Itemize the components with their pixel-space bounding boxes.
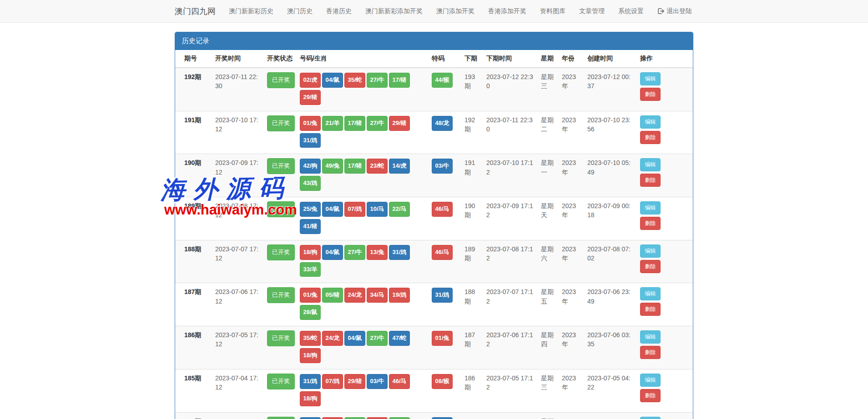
cell-next-period: 193期 [461, 68, 483, 111]
number-chips: 42/狗49/兔17/猪23/蛇14/虎43/鸡 [300, 158, 424, 193]
number-chip: 27/牛 [367, 116, 388, 131]
delete-button[interactable]: 删除 [640, 303, 661, 316]
column-header: 特码 [428, 50, 461, 68]
history-panel: 历史记录 期号开奖时间开奖状态号码/生肖特码下期下期时间星期年份创建时间操作 1… [175, 32, 693, 419]
cell-numbers: 35/蛇24/龙04/鼠27/牛47/蛇18/狗 [296, 326, 428, 369]
number-chip: 14/虎 [389, 159, 410, 174]
cell-created: 2023-07-08 07:02 [584, 240, 636, 283]
cell-next-time: 2023-07-06 17:12 [483, 326, 537, 369]
number-chip: 29/猪 [344, 374, 365, 389]
cell-next-period: 191期 [461, 154, 483, 197]
edit-button[interactable]: 编辑 [640, 72, 661, 85]
column-header: 期号 [175, 50, 212, 68]
number-chip: 25/兔 [300, 417, 321, 419]
column-header: 下期 [461, 50, 483, 68]
nav-item-4[interactable]: 澳门添加开奖 [429, 0, 481, 22]
cell-special: 46/马 [428, 240, 461, 283]
number-chip: 17/猪 [344, 116, 365, 131]
number-chip: 41/猪 [300, 219, 321, 234]
special-number-chip: 08/猴 [432, 374, 453, 389]
number-chip: 27/牛 [367, 73, 388, 88]
cell-next-time: 2023-07-05 17:12 [483, 369, 537, 412]
cell-status: 已开奖 [263, 283, 296, 326]
edit-button[interactable]: 编辑 [640, 417, 661, 419]
number-chip: 24/龙 [322, 331, 343, 346]
cell-year: 2023年 [558, 197, 584, 240]
logout-link[interactable]: 退出登陆 [651, 0, 699, 22]
delete-button[interactable]: 删除 [640, 217, 661, 230]
special-number-chip: 46/马 [432, 245, 453, 260]
cell-actions: 编辑删除 [636, 197, 693, 240]
cell-year: 2023年 [558, 369, 584, 412]
cell-period: 191期 [175, 111, 212, 154]
number-chip: 05/猪 [322, 288, 343, 303]
number-chip: 31/鸡 [389, 245, 410, 260]
panel-title: 历史记录 [175, 32, 693, 50]
cell-draw-time: 2023-07-09 17:12 [212, 154, 263, 197]
nav-item-1[interactable]: 澳门历史 [280, 0, 319, 22]
nav-item-0[interactable]: 澳门新新彩历史 [222, 0, 280, 22]
status-badge: 已开奖 [267, 374, 295, 389]
number-chip: 19/鸡 [367, 417, 388, 419]
cell-special: 36/龙 [428, 412, 461, 419]
cell-weekday: 星期六 [537, 240, 558, 283]
special-number-chip: 44/猴 [432, 73, 453, 88]
table-row: 191期2023-07-10 17:12已开奖01/兔21/羊17/猪27/牛2… [175, 111, 693, 154]
navbar-container: 澳门四九网 澳门新新彩历史澳门历史香港历史澳门新新彩添加开奖澳门添加开奖香港添加… [168, 0, 700, 22]
delete-button[interactable]: 删除 [640, 389, 661, 402]
special-number-chip: 01/兔 [432, 331, 453, 346]
delete-button[interactable]: 删除 [640, 131, 661, 144]
column-header: 操作 [636, 50, 693, 68]
nav-item-5[interactable]: 香港添加开奖 [481, 0, 533, 22]
number-chip: 33/羊 [300, 262, 321, 277]
cell-period: 189期 [175, 197, 212, 240]
nav-item-2[interactable]: 香港历史 [319, 0, 358, 22]
cell-draw-time: 2023-07-11 22:30 [212, 68, 263, 111]
number-chip: 03/牛 [367, 374, 388, 389]
nav-item-7[interactable]: 文章管理 [572, 0, 611, 22]
cell-period: 184期 [175, 412, 212, 419]
cell-draw-time: 2023-07-05 17:12 [212, 326, 263, 369]
cell-status: 已开奖 [263, 326, 296, 369]
cell-draw-time: 2023-07-03 17:12 [212, 412, 263, 419]
number-chips: 35/蛇24/龙04/鼠27/牛47/蛇18/狗 [300, 330, 424, 365]
delete-button[interactable]: 删除 [640, 174, 661, 187]
number-chips: 18/狗04/鼠27/牛13/兔31/鸡33/羊 [300, 244, 424, 279]
cell-next-period: 187期 [461, 326, 483, 369]
nav-item-8[interactable]: 系统设置 [611, 0, 651, 22]
cell-next-time: 2023-07-10 17:12 [483, 154, 537, 197]
cell-period: 185期 [175, 369, 212, 412]
cell-next-period: 192期 [461, 111, 483, 154]
nav-item-3[interactable]: 澳门新新彩添加开奖 [358, 0, 429, 22]
edit-button[interactable]: 编辑 [640, 330, 661, 344]
cell-draw-time: 2023-07-07 17:12 [212, 240, 263, 283]
edit-button[interactable]: 编辑 [640, 158, 661, 171]
edit-button[interactable]: 编辑 [640, 115, 661, 129]
delete-button[interactable]: 删除 [640, 260, 661, 273]
column-header: 开奖时间 [212, 50, 263, 68]
edit-button[interactable]: 编辑 [640, 374, 661, 387]
edit-button[interactable]: 编辑 [640, 244, 661, 258]
cell-actions: 编辑删除 [636, 283, 693, 326]
nav-item-6[interactable]: 资料图库 [533, 0, 572, 22]
number-chip: 47/蛇 [389, 331, 410, 346]
cell-numbers: 18/狗04/鼠27/牛13/兔31/鸡33/羊 [296, 240, 428, 283]
edit-button[interactable]: 编辑 [640, 287, 661, 300]
table-row: 192期2023-07-11 22:30已开奖02/虎04/鼠35/蛇27/牛1… [175, 68, 693, 111]
table-row: 185期2023-07-04 17:12已开奖31/鸡07/鸡29/猪03/牛4… [175, 369, 693, 412]
cell-next-period: 185期 [461, 412, 483, 419]
brand-link[interactable]: 澳门四九网 [175, 6, 216, 17]
cell-status: 已开奖 [263, 412, 296, 419]
cell-period: 187期 [175, 283, 212, 326]
number-chip: 25/兔 [300, 202, 321, 217]
cell-special: 08/猴 [428, 369, 461, 412]
cell-created: 2023-07-09 00:18 [584, 197, 636, 240]
cell-next-time: 2023-07-04 17:12 [483, 412, 537, 419]
delete-button[interactable]: 删除 [640, 346, 661, 359]
delete-button[interactable]: 删除 [640, 88, 661, 101]
cell-next-period: 188期 [461, 283, 483, 326]
edit-button[interactable]: 编辑 [640, 201, 661, 214]
number-chip: 23/蛇 [367, 159, 388, 174]
cell-created: 2023-07-04 05:02 [584, 412, 636, 419]
cell-weekday: 星期五 [537, 283, 558, 326]
